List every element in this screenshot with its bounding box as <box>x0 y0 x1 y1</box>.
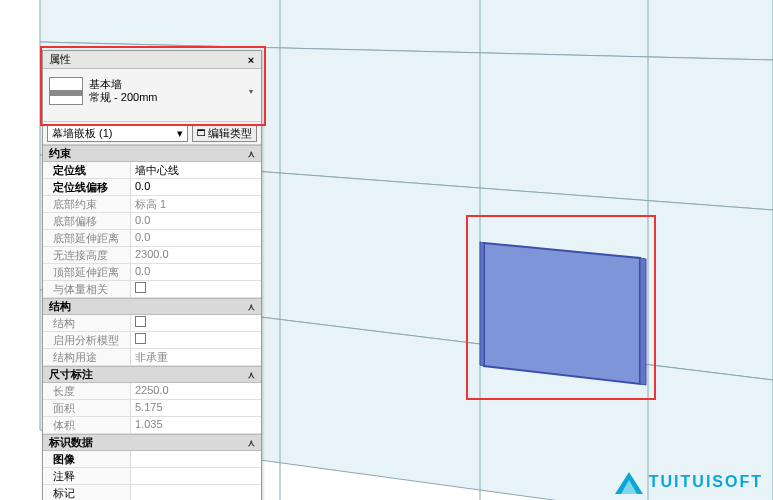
prop-value: 0.0 <box>131 230 261 246</box>
prop-name: 顶部延伸距离 <box>43 264 131 280</box>
chevron-down-icon: ▾ <box>177 127 183 140</box>
group-dim-header[interactable]: 尺寸标注 ⋏ <box>43 366 261 383</box>
prop-row[interactable]: 标记 <box>43 485 261 500</box>
prop-name: 底部约束 <box>43 196 131 212</box>
collapse-icon[interactable]: ⋏ <box>248 370 255 380</box>
prop-row[interactable]: 定位线 墙中心线 <box>43 162 261 179</box>
prop-name: 结构用途 <box>43 349 131 365</box>
chevron-down-icon: ▾ <box>247 87 255 95</box>
prop-value[interactable] <box>131 451 261 467</box>
edit-type-button[interactable]: 🗔 编辑类型 <box>192 124 257 142</box>
prop-row[interactable]: 顶部延伸距离 0.0 <box>43 264 261 281</box>
type-selector[interactable]: 基本墙 常规 - 200mm ▾ <box>43 69 261 122</box>
prop-value[interactable] <box>131 332 261 348</box>
prop-name: 底部延伸距离 <box>43 230 131 246</box>
prop-row[interactable]: 底部约束 标高 1 <box>43 196 261 213</box>
prop-row[interactable]: 图像 <box>43 451 261 468</box>
prop-value: 2250.0 <box>131 383 261 399</box>
prop-name: 底部偏移 <box>43 213 131 229</box>
prop-name: 与体量相关 <box>43 281 131 297</box>
collapse-icon[interactable]: ⋏ <box>248 302 255 312</box>
property-grid[interactable]: 约束 ⋏ 定位线 墙中心线 定位线偏移 0.0 底部约束 标高 1 底部偏移 0… <box>43 145 261 500</box>
prop-name: 图像 <box>43 451 131 467</box>
watermark-logo-icon <box>615 470 643 494</box>
instance-row: 幕墙嵌板 (1) ▾ 🗔 编辑类型 <box>43 122 261 145</box>
watermark-text: TUITUISOFT <box>649 473 763 491</box>
prop-name: 体积 <box>43 417 131 433</box>
prop-value[interactable]: 0.0 <box>131 179 261 195</box>
type-family: 基本墙 <box>89 78 241 91</box>
prop-row[interactable]: 与体量相关 <box>43 281 261 298</box>
prop-name: 定位线偏移 <box>43 179 131 195</box>
group-constraints-header[interactable]: 约束 ⋏ <box>43 145 261 162</box>
svg-marker-7 <box>484 243 640 384</box>
svg-marker-9 <box>640 258 646 385</box>
checkbox-icon[interactable] <box>135 333 146 344</box>
prop-name: 长度 <box>43 383 131 399</box>
prop-row[interactable]: 结构 <box>43 315 261 332</box>
prop-row[interactable]: 体积 1.035 <box>43 417 261 434</box>
prop-value[interactable] <box>131 468 261 484</box>
prop-row[interactable]: 无连接高度 2300.0 <box>43 247 261 264</box>
prop-value: 0.0 <box>131 213 261 229</box>
group-id-header[interactable]: 标识数据 ⋏ <box>43 434 261 451</box>
prop-name: 结构 <box>43 315 131 331</box>
collapse-icon[interactable]: ⋏ <box>248 149 255 159</box>
collapse-icon[interactable]: ⋏ <box>248 438 255 448</box>
prop-name: 定位线 <box>43 162 131 178</box>
prop-name: 标记 <box>43 485 131 500</box>
prop-value: 非承重 <box>131 349 261 365</box>
prop-value: 0.0 <box>131 264 261 280</box>
prop-row[interactable]: 长度 2250.0 <box>43 383 261 400</box>
properties-palette: 属性 × 基本墙 常规 - 200mm ▾ 幕墙嵌板 (1) ▾ 🗔 编辑类型 … <box>42 50 262 500</box>
prop-value[interactable] <box>131 315 261 331</box>
prop-value: 标高 1 <box>131 196 261 212</box>
edit-type-label: 编辑类型 <box>208 126 252 141</box>
prop-row[interactable]: 注释 <box>43 468 261 485</box>
type-name: 常规 - 200mm <box>89 91 241 104</box>
prop-value: 2300.0 <box>131 247 261 263</box>
group-struct-header[interactable]: 结构 ⋏ <box>43 298 261 315</box>
prop-row[interactable]: 结构用途 非承重 <box>43 349 261 366</box>
prop-value[interactable] <box>131 485 261 500</box>
prop-row[interactable]: 底部偏移 0.0 <box>43 213 261 230</box>
prop-name: 面积 <box>43 400 131 416</box>
palette-title-text: 属性 <box>49 52 71 67</box>
prop-row[interactable]: 底部延伸距离 0.0 <box>43 230 261 247</box>
checkbox-icon[interactable] <box>135 316 146 327</box>
prop-value: 5.175 <box>131 400 261 416</box>
prop-name: 启用分析模型 <box>43 332 131 348</box>
palette-titlebar[interactable]: 属性 × <box>43 51 261 69</box>
prop-value[interactable]: 墙中心线 <box>131 162 261 178</box>
type-selector-text: 基本墙 常规 - 200mm <box>89 78 241 104</box>
prop-value: 1.035 <box>131 417 261 433</box>
watermark: TUITUISOFT <box>615 470 763 494</box>
prop-name: 无连接高度 <box>43 247 131 263</box>
instance-label: 幕墙嵌板 (1) <box>52 126 113 141</box>
prop-row[interactable]: 面积 5.175 <box>43 400 261 417</box>
checkbox-icon[interactable] <box>135 282 146 293</box>
close-icon[interactable]: × <box>244 53 258 67</box>
prop-row[interactable]: 定位线偏移 0.0 <box>43 179 261 196</box>
prop-row[interactable]: 启用分析模型 <box>43 332 261 349</box>
prop-name: 注释 <box>43 468 131 484</box>
svg-marker-8 <box>480 242 484 366</box>
instance-selector[interactable]: 幕墙嵌板 (1) ▾ <box>47 124 188 142</box>
edit-type-icon: 🗔 <box>197 128 206 138</box>
prop-value[interactable] <box>131 281 261 297</box>
type-thumbnail-icon <box>49 77 83 105</box>
